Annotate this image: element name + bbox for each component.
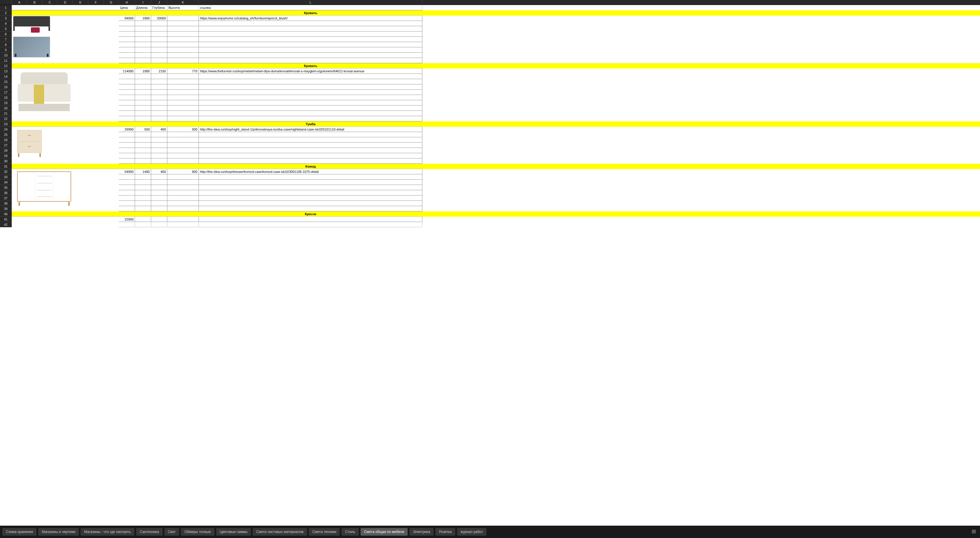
cell-F38[interactable] [88,201,103,206]
cell-L4[interactable] [199,21,422,26]
cell-G16[interactable] [103,84,119,90]
cell-B26[interactable] [27,137,42,143]
cell-D19[interactable] [58,100,73,106]
cell-J6[interactable] [151,32,167,37]
cell-I32[interactable]: 1400 [135,169,151,175]
row-header-2[interactable]: 2 [0,10,12,16]
cell-F16[interactable] [88,84,103,90]
cell-L25[interactable] [199,132,422,137]
cell-C41[interactable] [42,217,58,222]
cell-J8[interactable] [151,42,167,47]
cell-D12[interactable] [58,63,73,68]
cell-F2[interactable] [88,10,103,16]
cell-J26[interactable] [151,137,167,143]
cell-E30[interactable] [73,159,88,164]
cell-L40[interactable]: Кресло [199,211,422,217]
cell-F22[interactable] [88,116,103,121]
cell-B7[interactable] [27,37,42,42]
cell-A35[interactable] [12,185,27,190]
cell-H4[interactable] [119,21,135,26]
cell-D10[interactable] [58,52,73,58]
cell-I10[interactable] [135,52,151,58]
cell-E22[interactable] [73,116,88,121]
cell-A6[interactable] [12,32,27,37]
cell-H18[interactable] [119,95,135,100]
cell-I34[interactable] [135,179,151,185]
cell-L3[interactable]: https://www.enjoyhome.ru/catalog_eh/furn… [199,16,422,21]
cell-J42[interactable] [151,222,167,227]
cell-L10[interactable] [199,52,422,58]
cell-B11[interactable] [27,58,42,63]
cell-I21[interactable] [135,111,151,116]
cell-F29[interactable] [88,153,103,159]
row-header-11[interactable]: 11 [0,58,12,63]
cell-L12[interactable]: Кровать [199,63,422,68]
cell-A27[interactable] [12,143,27,148]
cell-I9[interactable] [135,47,151,52]
cell-C18[interactable] [42,95,58,100]
cell-H42[interactable] [119,222,135,227]
cell-L20[interactable] [199,106,422,111]
cell-K30[interactable] [167,159,199,164]
cell-L32[interactable]: http://the-idea.ru/shop/dresser/komod-ca… [199,169,422,175]
cell-I22[interactable] [135,116,151,121]
cell-G23[interactable] [103,121,119,127]
cell-B17[interactable] [27,90,42,95]
cell-F12[interactable] [88,63,103,68]
cell-B15[interactable] [27,79,42,84]
cell-L28[interactable] [199,148,422,153]
cell-G30[interactable] [103,159,119,164]
cell-B21[interactable] [27,111,42,116]
cell-G5[interactable] [103,26,119,32]
cell-B3[interactable] [27,16,42,21]
cell-I1[interactable]: Длинна [135,5,151,10]
cell-F15[interactable] [88,79,103,84]
row-header-14[interactable]: 14 [0,74,12,79]
cell-I11[interactable] [135,58,151,63]
cell-E6[interactable] [73,32,88,37]
cell-G3[interactable] [103,16,119,21]
cell-I23[interactable] [135,121,151,127]
cell-D26[interactable] [58,137,73,143]
cell-K28[interactable] [167,148,199,153]
cell-A30[interactable] [12,159,27,164]
cell-H20[interactable] [119,106,135,111]
cell-H40[interactable] [119,211,135,217]
cell-I33[interactable] [135,175,151,179]
cell-H17[interactable] [119,90,135,95]
cell-C15[interactable] [42,79,58,84]
cell-E23[interactable] [73,121,88,127]
sheet-tab[interactable]: Розетка [435,528,455,536]
cell-L38[interactable] [199,201,422,206]
cell-L16[interactable] [199,84,422,90]
row-header-28[interactable]: 28 [0,148,12,153]
cell-D17[interactable] [58,90,73,95]
cell-I25[interactable] [135,132,151,137]
cell-G8[interactable] [103,42,119,47]
cell-J5[interactable] [151,26,167,32]
cell-C31[interactable] [42,164,58,169]
cell-G10[interactable] [103,52,119,58]
cell-K12[interactable] [167,63,199,68]
cell-G28[interactable] [103,148,119,153]
row-header-4[interactable]: 4 [0,21,12,26]
cell-E18[interactable] [73,95,88,100]
cell-L24[interactable]: http://the-idea.ru/shop/night_stand-1/pr… [199,127,422,132]
cell-K36[interactable] [167,190,199,195]
cell-E2[interactable] [73,10,88,16]
cell-B27[interactable] [27,143,42,148]
row-header-19[interactable]: 19 [0,100,12,106]
cell-A8[interactable] [12,42,27,47]
column-header-H[interactable]: H [119,0,135,5]
cell-B24[interactable] [27,127,42,132]
cell-E20[interactable] [73,106,88,111]
cell-K29[interactable] [167,153,199,159]
cell-A4[interactable] [12,21,27,26]
cell-K39[interactable] [167,206,199,211]
cell-K21[interactable] [167,111,199,116]
cell-C36[interactable] [42,190,58,195]
row-header-5[interactable]: 5 [0,26,12,32]
sheet-tab[interactable]: Сантехника [136,528,162,536]
cell-K2[interactable] [167,10,199,16]
cell-I13[interactable]: 1900 [135,68,151,74]
